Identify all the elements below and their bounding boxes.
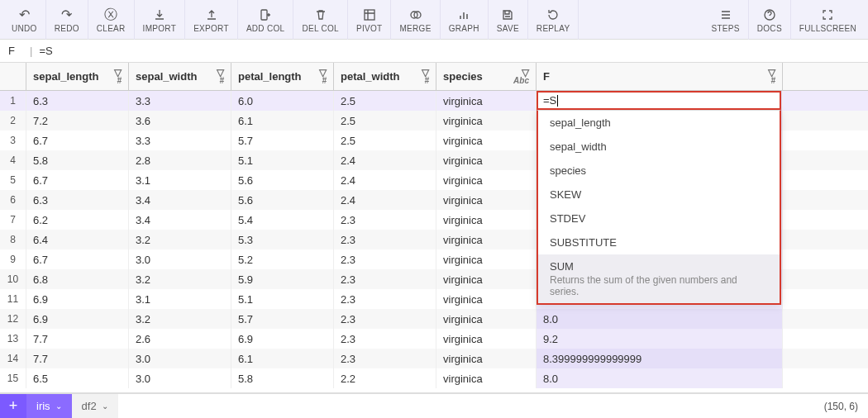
graph-button[interactable]: GRAPH — [441, 0, 489, 40]
pivot-button[interactable]: PIVOT — [348, 0, 392, 40]
colhead-species[interactable]: species ▽Abc — [436, 63, 537, 90]
row-number[interactable]: 3 — [0, 131, 26, 150]
colhead-sepal-width[interactable]: sepal_width ▽# — [129, 63, 231, 90]
row-number[interactable]: 12 — [0, 309, 26, 329]
cell[interactable]: 5.8 — [26, 150, 129, 170]
sheet-tab-df2[interactable]: df2⌄ — [72, 394, 118, 419]
clear-button[interactable]: ⓧ CLEAR — [88, 0, 135, 40]
cell[interactable]: 3.2 — [129, 269, 231, 289]
cell[interactable]: 6.3 — [26, 91, 129, 111]
cell[interactable]: 5.6 — [231, 190, 334, 210]
cell[interactable]: 6.1 — [231, 111, 334, 131]
autocomplete-item[interactable]: species — [538, 159, 780, 183]
cell[interactable]: 2.2 — [334, 368, 436, 388]
autocomplete-item[interactable]: SUBSTITUTE — [538, 230, 780, 254]
row-number[interactable]: 15 — [0, 368, 26, 388]
cell[interactable]: 3.1 — [129, 289, 231, 309]
cell[interactable]: 6.3 — [26, 190, 129, 210]
row-number[interactable]: 9 — [0, 249, 26, 269]
autocomplete-item[interactable]: SUMReturns the sum of the given numbers … — [538, 254, 780, 303]
fullscreen-button[interactable]: FULLSCREEN — [791, 0, 865, 40]
row-number[interactable]: 8 — [0, 230, 26, 249]
cell[interactable]: 9.2 — [537, 329, 783, 349]
filter-icon[interactable]: ▽ — [114, 69, 122, 77]
delcol-button[interactable]: DEL COL — [293, 0, 348, 40]
cell[interactable]: 5.7 — [231, 309, 334, 329]
cell[interactable]: 3.2 — [129, 230, 231, 249]
redo-button[interactable]: ↷ REDO — [46, 0, 88, 40]
import-button[interactable]: IMPORT — [135, 0, 186, 40]
cell[interactable]: 5.8 — [231, 368, 334, 388]
row-number[interactable]: 10 — [0, 269, 26, 289]
cell[interactable]: 5.1 — [231, 150, 334, 170]
autocomplete-item[interactable]: SKEW — [538, 183, 780, 207]
row-number[interactable]: 6 — [0, 190, 26, 210]
row-number[interactable]: 4 — [0, 150, 26, 170]
cell[interactable]: 6.1 — [231, 349, 334, 368]
formula-input[interactable]: =S — [39, 45, 52, 57]
cell[interactable]: 6.8 — [26, 269, 129, 289]
cell[interactable]: virginica — [436, 111, 537, 131]
cell[interactable]: 6.9 — [231, 329, 334, 349]
row-number[interactable]: 2 — [0, 111, 26, 131]
row-number[interactable]: 1 — [0, 91, 26, 111]
addcol-button[interactable]: ADD COL — [238, 0, 294, 40]
cell[interactable]: virginica — [436, 309, 537, 329]
cell[interactable]: 2.8 — [129, 150, 231, 170]
row-number[interactable]: 7 — [0, 210, 26, 230]
cell[interactable]: 8.0 — [537, 368, 783, 388]
add-sheet-button[interactable]: + — [0, 394, 26, 419]
cell[interactable]: virginica — [436, 230, 537, 249]
cell[interactable]: 6.7 — [26, 170, 129, 190]
row-number[interactable]: 11 — [0, 289, 26, 309]
cell[interactable]: 3.0 — [129, 368, 231, 388]
cell[interactable]: 2.3 — [334, 329, 436, 349]
cell[interactable]: 5.3 — [231, 230, 334, 249]
filter-icon[interactable]: ▽ — [217, 69, 224, 77]
cell[interactable]: virginica — [436, 91, 537, 111]
filter-icon[interactable]: ▽ — [768, 69, 775, 77]
cell[interactable]: 7.7 — [26, 329, 129, 349]
cell[interactable]: 3.0 — [129, 349, 231, 368]
row-number[interactable]: 14 — [0, 349, 26, 368]
cell[interactable]: virginica — [436, 289, 537, 309]
docs-button[interactable]: DOCS — [749, 0, 791, 40]
cell[interactable]: 5.1 — [231, 289, 334, 309]
cell[interactable]: 6.5 — [26, 368, 129, 388]
cell[interactable]: 3.1 — [129, 170, 231, 190]
cell[interactable]: 2.3 — [334, 269, 436, 289]
cell[interactable]: 6.4 — [26, 230, 129, 249]
autocomplete-item[interactable]: sepal_length — [538, 111, 780, 135]
filter-icon[interactable]: ▽ — [422, 69, 429, 77]
cell[interactable]: 6.9 — [26, 309, 129, 329]
colhead-petal-length[interactable]: petal_length ▽# — [231, 63, 334, 90]
colhead-sepal-length[interactable]: sepal_length ▽# — [26, 63, 129, 90]
cell[interactable]: 5.2 — [231, 249, 334, 269]
autocomplete-item[interactable]: sepal_width — [538, 135, 780, 159]
cell[interactable]: 6.7 — [26, 131, 129, 150]
row-number[interactable]: 5 — [0, 170, 26, 190]
undo-button[interactable]: ↶ UNDO — [3, 0, 46, 40]
cell[interactable]: 5.6 — [231, 170, 334, 190]
cell[interactable]: virginica — [436, 269, 537, 289]
autocomplete-item[interactable]: STDEV — [538, 207, 780, 230]
cell[interactable]: 3.6 — [129, 111, 231, 131]
cell[interactable]: 2.3 — [334, 309, 436, 329]
filter-icon[interactable]: ▽ — [522, 69, 529, 77]
cell[interactable]: 5.7 — [231, 131, 334, 150]
cell[interactable]: 2.5 — [334, 91, 436, 111]
cell[interactable]: 3.4 — [129, 210, 231, 230]
cell[interactable]: virginica — [436, 170, 537, 190]
cell[interactable]: 2.3 — [334, 289, 436, 309]
cell[interactable]: 6.9 — [26, 289, 129, 309]
cell[interactable]: 2.3 — [334, 349, 436, 368]
cell[interactable]: 6.7 — [26, 249, 129, 269]
sheet-tab-iris[interactable]: iris⌄ — [26, 394, 72, 419]
cell[interactable]: 7.7 — [26, 349, 129, 368]
cell[interactable]: 3.3 — [129, 91, 231, 111]
row-number[interactable]: 13 — [0, 329, 26, 349]
cell[interactable]: virginica — [436, 190, 537, 210]
export-button[interactable]: EXPORT — [185, 0, 238, 40]
cell[interactable]: virginica — [436, 329, 537, 349]
cell[interactable]: virginica — [436, 210, 537, 230]
